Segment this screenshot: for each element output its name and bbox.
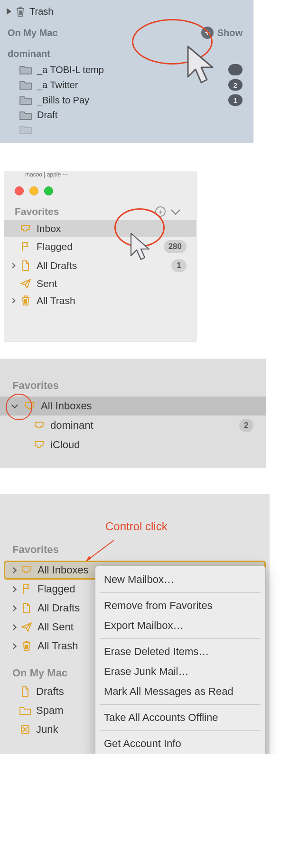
folder-icon [19,95,32,105]
section-header-on-my-mac: On My Mac + Show [0,20,253,42]
doc-icon [20,602,33,614]
flag-icon [20,583,33,595]
tab-strip: macoo | apple ⋯ [4,171,196,178]
menu-item[interactable]: Export Mailbox… [95,616,265,636]
inbox-icon [33,440,46,450]
menu-item[interactable]: Erase Deleted Items… [95,642,265,662]
window-controls [4,178,196,206]
item-label: Junk [36,723,58,736]
item-label: All Drafts [37,602,80,614]
context-menu: New Mailbox…Remove from FavoritesExport … [95,565,266,754]
sidebar-item-trash[interactable]: Trash [0,4,253,20]
sidebar-folder[interactable]: _Bills to Pay 1 [0,92,253,108]
doc-icon [19,686,31,697]
inbox-icon [24,401,36,411]
sidebar-folder[interactable]: Draft [0,108,253,122]
mail-window-favorites: macoo | apple ⋯ Favorites + Inbox Flagge… [4,171,196,342]
item-label: All Inboxes [37,564,89,576]
folder-icon [19,65,32,75]
sidebar-folder[interactable]: _a Twitter 2 [0,77,253,92]
item-label: Flagged [37,583,75,595]
chevron-down-icon[interactable] [11,402,18,408]
item-label: All Inboxes [41,400,92,412]
folder-label: Draft [37,110,57,120]
count-badge: 1 [228,94,243,106]
trash-icon [15,6,26,17]
minimize-window-button[interactable] [29,186,38,195]
inbox-icon [20,565,33,575]
chevron-right-icon[interactable] [10,605,17,611]
folder-icon [19,706,31,715]
favorites-header: Favorites + [4,206,196,220]
send-icon [20,622,33,632]
menu-separator [100,592,261,593]
count-badge: 2 [228,79,243,91]
favorites-header: Favorites [0,379,266,397]
inbox-icon [33,421,46,430]
sidebar-item[interactable]: Inbox [4,220,196,237]
sidebar-item-account[interactable]: dominant 2 [0,416,266,435]
section-hover-controls: + Show [201,27,243,39]
inbox-icon [19,224,32,233]
folder-icon [19,124,32,135]
menu-item[interactable]: New Mailbox… [95,570,265,590]
chevron-right-icon[interactable] [10,298,15,303]
folder-icon [19,110,32,120]
junk-icon [19,724,31,735]
add-favorite-button[interactable]: + [155,206,166,217]
chevron-right-icon[interactable] [10,263,15,268]
item-label: Spam [36,704,63,717]
send-icon [19,278,32,289]
menu-item[interactable]: Take All Accounts Offline [95,708,265,728]
count-badge: 280 [164,240,187,253]
folder-label: _a Twitter [37,80,78,91]
favorites-header: Favorites [0,544,270,561]
sidebar-item-account[interactable]: iCloud [0,435,266,454]
menu-separator [100,638,261,639]
item-label: All Trash [37,295,75,306]
chevron-right-icon[interactable] [10,567,17,573]
sidebar-item[interactable]: All Trash [4,292,196,309]
all-inboxes-expanded: Favorites All Inboxes dominant 2 iCloud [0,359,266,468]
menu-item[interactable]: Mark All Messages as Read [95,682,265,702]
sidebar-item-all-inboxes[interactable]: All Inboxes [0,397,266,416]
menu-separator [100,730,261,731]
sidebar-item[interactable]: Sent [4,275,196,292]
sidebar-folder[interactable]: _a TOBI-L temp [0,62,253,77]
sidebar-item[interactable]: All Drafts 1 [4,256,196,275]
sidebar-folder[interactable] [0,122,253,137]
account-header: dominant [0,42,253,62]
item-label: Flagged [37,241,73,252]
trash-icon [20,640,33,652]
mail-sidebar-old: Trash On My Mac + Show dominant _a TOBI-… [0,0,253,143]
section-label: On My Mac [8,28,58,38]
flag-icon [19,241,32,252]
folder-icon [19,80,32,90]
chevron-down-icon[interactable] [171,205,180,215]
item-label: Inbox [37,223,61,234]
folder-label: _a TOBI-L temp [37,65,104,75]
menu-separator [100,704,261,705]
count-badge: 1 [171,259,187,272]
menu-item[interactable]: Erase Junk Mail… [95,662,265,682]
menu-item[interactable]: Remove from Favorites [95,596,265,616]
menu-item[interactable]: Get Account Info [95,734,265,754]
doc-icon [19,260,32,271]
add-mailbox-button[interactable]: + [201,27,214,39]
chevron-right-icon[interactable] [10,624,17,630]
item-label: Sent [37,278,57,289]
item-label: dominant [50,419,93,432]
item-label: All Trash [37,640,78,652]
count-badge [228,64,243,75]
chevron-right-icon[interactable] [10,643,17,649]
item-label: All Sent [37,621,74,633]
item-label: All Drafts [37,260,77,271]
chevron-right-icon[interactable] [10,586,17,592]
trash-label: Trash [29,6,53,17]
show-toggle[interactable]: Show [217,28,243,38]
sidebar-item[interactable]: Flagged 280 [4,237,196,256]
unread-badge: 2 [239,419,253,432]
zoom-window-button[interactable] [44,186,53,195]
disclosure-triangle-icon[interactable] [7,8,11,15]
close-window-button[interactable] [15,186,24,195]
